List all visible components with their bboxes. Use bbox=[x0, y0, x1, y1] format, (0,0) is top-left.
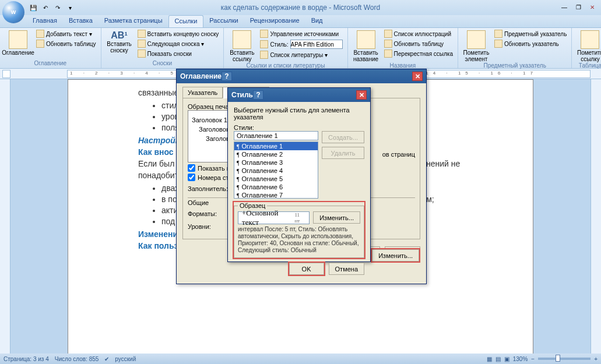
view-web-icon[interactable]: ▣ bbox=[504, 356, 509, 362]
toc-icon bbox=[9, 30, 27, 49]
mark-entry-button[interactable]: Пометить элемент bbox=[462, 29, 491, 62]
style-list-item[interactable]: ¶Оглавление 7 bbox=[234, 191, 318, 199]
zoom-in-button[interactable]: + bbox=[594, 356, 598, 362]
show-icon bbox=[138, 50, 146, 58]
ribbon-tabs: Главная Вставка Разметка страницы Ссылки… bbox=[0, 15, 601, 28]
insert-citation-button[interactable]: Вставить ссылку bbox=[227, 29, 256, 62]
sample-preview: +Основной текст 11 пт bbox=[238, 211, 310, 224]
update-captions-button[interactable]: Обновить таблицу bbox=[383, 39, 454, 48]
dialog-style-titlebar[interactable]: Стиль ? ✕ bbox=[228, 88, 370, 102]
show-footnotes-button[interactable]: Показать сноски bbox=[136, 49, 220, 58]
leader-label: Заполнитель: bbox=[188, 185, 231, 192]
citation-style-select[interactable] bbox=[290, 40, 343, 49]
zoom-out-button[interactable]: − bbox=[531, 356, 535, 362]
manage-sources-button[interactable]: Управление источниками bbox=[259, 29, 343, 38]
update-toc-button[interactable]: Обновить таблицу bbox=[35, 39, 97, 48]
dlg-tab-index[interactable]: Указатель bbox=[182, 87, 223, 98]
style-current-input[interactable]: Оглавление 1 bbox=[234, 131, 318, 140]
show-page-numbers-checkbox[interactable] bbox=[188, 164, 195, 172]
minimize-button[interactable]: — bbox=[558, 2, 571, 12]
tab-insert[interactable]: Вставка bbox=[63, 15, 99, 27]
style-list[interactable]: ¶Оглавление 1 ¶Оглавление 2 ¶Оглавление … bbox=[234, 142, 318, 199]
create-style-button: Создать... bbox=[322, 131, 364, 143]
ribbon: Оглавление Добавить текст ▾ Обновить таб… bbox=[0, 28, 601, 69]
dialog-toc-titlebar[interactable]: Оглавление ? ✕ bbox=[177, 69, 426, 83]
close-icon[interactable]: ✕ bbox=[356, 90, 367, 100]
list-figures-button[interactable]: Список иллюстраций bbox=[383, 29, 454, 38]
insert-caption-button[interactable]: Вставить название bbox=[352, 29, 381, 62]
insert-index-button[interactable]: Предметный указатель bbox=[493, 29, 568, 38]
style-list-item[interactable]: ¶Оглавление 4 bbox=[234, 167, 318, 175]
status-page[interactable]: Страница: 3 из 4 bbox=[3, 356, 49, 362]
insert-footnote-button[interactable]: AB¹ Вставить сноску bbox=[105, 29, 134, 54]
levels-label: Уровни: bbox=[188, 223, 231, 230]
zoom-thumb[interactable] bbox=[556, 355, 560, 362]
scrollbar-vertical[interactable] bbox=[591, 79, 601, 354]
tab-view[interactable]: Вид bbox=[305, 15, 329, 27]
view-read-icon[interactable]: ▤ bbox=[495, 356, 501, 362]
ribbon-group-footnotes: AB¹ Вставить сноску Вставить концевую сн… bbox=[101, 28, 224, 68]
zoom-level[interactable]: 130% bbox=[513, 356, 528, 362]
status-language[interactable]: русский bbox=[115, 356, 136, 362]
crossref-icon bbox=[384, 50, 392, 58]
office-orb[interactable]: W bbox=[2, 1, 24, 23]
style-list-item[interactable]: ¶Оглавление 2 bbox=[234, 150, 318, 158]
style-description: интервал После: 5 пт, Стиль: Обновлять а… bbox=[238, 226, 360, 254]
tab-review[interactable]: Рецензирование bbox=[244, 15, 305, 27]
next-footnote-icon bbox=[138, 40, 146, 48]
help-button[interactable]: ? bbox=[222, 72, 232, 81]
cross-reference-button[interactable]: Перекрестная ссылка bbox=[383, 49, 454, 58]
add-text-button[interactable]: Добавить текст ▾ bbox=[35, 29, 97, 38]
style-list-item[interactable]: ¶Оглавление 3 bbox=[234, 158, 318, 167]
sample-fieldset: Образец +Основной текст 11 пт Изменить..… bbox=[234, 202, 364, 258]
citation-style-row: Стиль: bbox=[259, 39, 343, 50]
dialog-style-title: Стиль bbox=[231, 91, 253, 99]
tab-mailings[interactable]: Рассылки bbox=[203, 15, 244, 27]
mark-cite-icon bbox=[581, 30, 599, 49]
toc-button[interactable]: Оглавление bbox=[3, 29, 33, 56]
tab-references[interactable]: Ссылки bbox=[168, 15, 204, 27]
zoom-slider[interactable] bbox=[538, 358, 591, 360]
formats-label: Форматы: bbox=[188, 210, 231, 217]
manage-icon bbox=[260, 30, 268, 38]
insert-endnote-button[interactable]: Вставить концевую сноску bbox=[136, 29, 220, 38]
style-list-item[interactable]: ¶Оглавление 5 bbox=[234, 175, 318, 183]
title-bar: W 💾 ↶ ↷ ▾ как сделать содержание в ворде… bbox=[0, 0, 601, 15]
citation-icon bbox=[233, 30, 251, 49]
mark-icon bbox=[467, 30, 486, 49]
add-text-icon bbox=[36, 30, 44, 38]
styles-label: Стили: bbox=[234, 124, 364, 131]
close-button[interactable]: ✕ bbox=[586, 2, 599, 12]
ruler-corner-icon bbox=[2, 70, 10, 78]
index-icon bbox=[494, 30, 502, 38]
save-icon[interactable]: 💾 bbox=[28, 2, 38, 13]
next-footnote-button[interactable]: Следующая сноска ▾ bbox=[136, 39, 220, 48]
style-list-item[interactable]: ¶Оглавление 6 bbox=[234, 183, 318, 191]
bibliography-button[interactable]: Список литературы ▾ bbox=[259, 50, 343, 59]
modify-toc-button[interactable]: Изменить... bbox=[372, 249, 419, 261]
ribbon-group-citations: Вставить ссылку Управление источниками С… bbox=[224, 28, 347, 68]
style-cancel-button[interactable]: Отмена bbox=[329, 263, 364, 275]
maximize-button[interactable]: ❐ bbox=[572, 2, 585, 12]
status-words[interactable]: Число слов: 855 bbox=[55, 356, 99, 362]
figures-icon bbox=[384, 30, 392, 38]
biblio-icon bbox=[260, 51, 268, 59]
caption-icon bbox=[357, 30, 375, 49]
update-index-button[interactable]: Обновить указатель bbox=[493, 39, 568, 48]
tab-page-layout[interactable]: Разметка страницы bbox=[99, 15, 168, 27]
view-print-icon[interactable]: ▦ bbox=[487, 356, 492, 362]
close-icon[interactable]: ✕ bbox=[412, 72, 423, 81]
style-list-item[interactable]: ¶Оглавление 1 bbox=[234, 142, 318, 150]
ruler-vertical[interactable] bbox=[0, 79, 10, 354]
redo-icon[interactable]: ↷ bbox=[52, 2, 63, 13]
qat-dropdown-icon[interactable]: ▾ bbox=[65, 2, 75, 13]
mark-citation-button[interactable]: Пометить ссылку bbox=[575, 29, 601, 62]
right-align-numbers-checkbox[interactable] bbox=[188, 174, 195, 181]
ribbon-group-captions: Вставить название Список иллюстраций Обн… bbox=[348, 28, 458, 68]
undo-icon[interactable]: ↶ bbox=[40, 2, 51, 13]
style-ok-button[interactable]: OK bbox=[289, 263, 324, 275]
proofing-icon[interactable]: ✔ bbox=[104, 356, 109, 362]
modify-style-button[interactable]: Изменить... bbox=[313, 211, 360, 224]
tab-home[interactable]: Главная bbox=[27, 15, 63, 27]
help-button[interactable]: ? bbox=[253, 90, 263, 100]
